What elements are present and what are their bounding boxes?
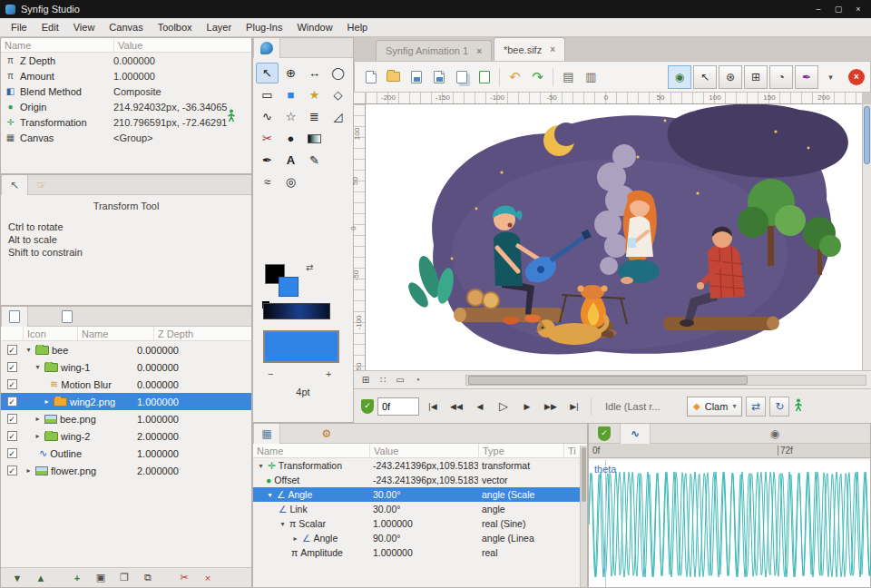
pencil-tool[interactable]: ✎ [303,150,326,171]
layer-row-wing-2[interactable]: ✓ ▸wing-2 2.000000 [1,427,251,445]
chevron-down-icon[interactable]: ▾ [279,520,287,528]
param-row-offset[interactable]: ●Offset -243.241396px,109.51838 vector [253,473,587,487]
save-button[interactable] [406,65,426,89]
param-value[interactable]: 0.000000 [113,55,251,66]
menu-file[interactable]: File [4,20,34,34]
menu-canvas[interactable]: Canvas [102,20,150,34]
chevron-right-icon[interactable]: ▸ [34,415,42,423]
chevron-down-icon[interactable]: ▾ [257,462,265,470]
curves-timebar[interactable]: 0f 72f [589,444,870,458]
params-scrollbar[interactable] [580,446,587,587]
blob-tool[interactable]: ● [279,128,302,149]
gradient-tool[interactable] [303,128,326,149]
layer-row-wing-1[interactable]: ✓ ▾wing-1 0.000000 [1,358,251,376]
menu-edit[interactable]: Edit [34,20,66,34]
param-value[interactable]: 1.000000 [369,547,478,558]
chevron-down-icon[interactable]: ▾ [24,346,33,354]
close-tab-icon[interactable]: × [476,46,482,56]
tab-library[interactable] [54,307,81,327]
param-row-angle-selected[interactable]: ▾∠Angle 30.00° angle (Scale [253,487,587,502]
chevron-right-icon[interactable]: ▸ [43,397,51,406]
increase-width-button[interactable]: + [326,368,331,379]
tab-bee-sifz[interactable]: *bee.sifz × [494,37,565,61]
decrease-width-button[interactable]: − [268,368,273,379]
keyframe-lock-icon[interactable]: ✓ [361,399,374,414]
param-value[interactable]: 30.00° [369,489,478,500]
scrollbar-thumb[interactable] [582,447,586,502]
layer-row-bee-png[interactable]: ✓ ▸bee.png 1.000000 [1,410,251,427]
param-value[interactable]: Composite [113,86,251,97]
param-row[interactable]: ●Origin 214.924032px, -36.34065 [1,99,251,114]
param-value[interactable]: <Group> [113,132,251,143]
next-frame-button[interactable]: ▶ [517,397,537,416]
canvas-viewport[interactable] [366,104,862,370]
canvas-vertical-scrollbar[interactable] [862,104,871,370]
new-doc-button[interactable] [360,65,381,89]
layer-visible-checkbox[interactable]: ✓ [7,431,17,441]
chevron-right-icon[interactable]: ▸ [291,534,299,543]
time-input[interactable] [377,397,419,416]
tab-keyframes[interactable]: ✓ [589,424,620,444]
tab-timetrack[interactable]: ◉ [759,424,790,444]
layer-row-outline[interactable]: ✓ ∿Outline 1.000000 [1,445,251,462]
refresh-view-button[interactable]: ◔ [410,373,425,387]
menu-layer[interactable]: Layer [200,20,240,34]
duplicate-layer-button[interactable]: ❐ [115,570,133,586]
tab-tool-options[interactable]: ↖ [1,175,28,195]
transform-tool[interactable]: ↖ [256,63,279,83]
toggle-grid-button[interactable]: ⊞ [358,373,373,387]
fill-tool[interactable]: ■ [279,84,302,105]
refresh-time-button[interactable]: ↻ [769,397,789,416]
param-row-angle-2[interactable]: ▸∠Angle 90.00° angle (Linea [253,531,587,545]
menu-window[interactable]: Window [289,20,339,34]
scrollbar-thumb[interactable] [468,376,748,385]
spline-tool[interactable]: ∿ [256,106,279,127]
param-value[interactable]: 90.00° [369,533,478,544]
param-row-scalar[interactable]: ▾πScalar 1.000000 real (Sine) [253,516,587,531]
minimize-button[interactable]: – [811,3,826,15]
tab-tools[interactable]: ⚙ [313,424,340,444]
gradient-swatch[interactable] [263,303,330,319]
save-as-button[interactable] [428,65,449,89]
param-value[interactable]: 1.000000 [369,518,478,529]
low-res-toggle[interactable]: ⊞ [744,65,768,89]
chevron-down-icon[interactable]: ▾ [34,363,42,371]
record-toggle[interactable]: ◉ [668,65,691,89]
handles-toggle[interactable]: ↖ [693,65,717,89]
tab-toolbox[interactable] [253,38,280,58]
scrollbar-thumb[interactable] [864,106,870,164]
zoom-tool[interactable]: ◎ [279,172,302,192]
layer-row-bee[interactable]: ✓ ▾bee 0.000000 [1,341,251,358]
tab-layers[interactable] [1,307,28,327]
delete-layer-button[interactable]: × [199,570,217,586]
preview-button[interactable]: ▥ [581,65,602,89]
cut-layer-button[interactable]: ✂ [175,570,193,586]
new-group-button[interactable]: ▣ [92,570,110,586]
layer-row-motion-blur[interactable]: ✓ ≋Motion Blur 0.000000 [1,376,251,393]
swap-colors-icon[interactable]: ⇄ [306,262,313,272]
layer-row-flower-png[interactable]: ✓ ▸flower.png 2.000000 [1,462,251,479]
close-tab-icon[interactable]: × [550,44,555,54]
toolbar-dropdown-button[interactable]: ▾ [820,65,841,89]
text-tool[interactable]: A [279,150,302,171]
param-row[interactable]: ◧Blend Method Composite [1,83,251,99]
scale-tool[interactable]: ◿ [327,106,349,127]
menu-view[interactable]: View [66,20,103,34]
horizontal-ruler[interactable]: -200 -150 -100 -50 0 50 100 150 200 [366,93,862,104]
menu-plugins[interactable]: Plug-Ins [239,20,289,34]
polygon-tool[interactable]: ◇ [327,84,349,105]
param-value[interactable]: -243.241396px,109.51838 [369,475,478,485]
star-outline-tool[interactable]: ☆ [279,106,302,127]
chevron-right-icon[interactable]: ▸ [24,466,33,475]
next-keyframe-button[interactable]: ▶▶ [541,397,561,416]
vertical-ruler[interactable]: 100 50 0 -50 -100 -150 [354,104,366,370]
param-value[interactable]: 30.00° [369,504,478,514]
tab-params[interactable]: ▦ [253,424,280,444]
param-row-amplitude[interactable]: πAmplitude 1.000000 real [253,545,587,560]
prev-frame-button[interactable]: ◀ [470,397,490,416]
save-all-button[interactable] [451,65,472,89]
menu-help[interactable]: Help [340,20,376,34]
toggle-guides-button[interactable]: ∷ [376,373,390,387]
tab-curves[interactable]: ∿ [620,424,651,444]
layer-visible-checkbox[interactable]: ✓ [7,414,17,424]
